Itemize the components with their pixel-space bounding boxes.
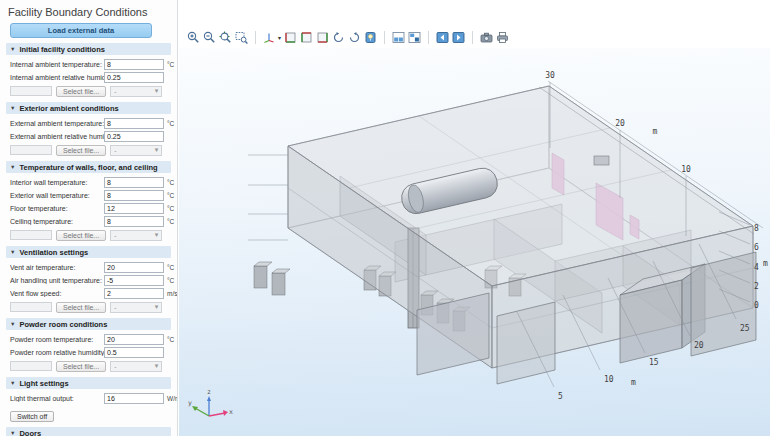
go-to-default-view-icon[interactable]	[263, 31, 276, 44]
graphics-toolbar: ▾	[187, 29, 509, 46]
unit-label: °C	[167, 61, 174, 68]
section-title: Initial facility conditions	[19, 45, 104, 54]
print-icon[interactable]	[496, 31, 509, 44]
light-thermal-output-input[interactable]	[104, 393, 164, 404]
collapse-triangle-icon: ▼	[10, 46, 15, 52]
y-tick-10: 10	[604, 375, 614, 384]
unit-label: °C	[167, 264, 174, 271]
section-header-temperature-walls-floor-ceiling[interactable]: ▼ Temperature of walls, floor, and ceili…	[6, 161, 171, 173]
air-handling-unit-temperature-input[interactable]	[104, 275, 164, 286]
dropdown-value: -	[114, 147, 116, 154]
external-ambient-humidity-input[interactable]	[104, 131, 164, 142]
select-file-button[interactable]: Select file...	[56, 230, 106, 241]
view-next-icon[interactable]	[452, 31, 465, 44]
collapse-triangle-icon: ▼	[10, 164, 15, 170]
collapse-triangle-icon: ▼	[10, 430, 15, 436]
view-xy-icon[interactable]	[284, 31, 297, 44]
chevron-down-icon: ▾	[155, 231, 159, 239]
ceiling-temperature-label: Ceiling temperature:	[10, 218, 104, 225]
section-title: Light settings	[19, 379, 68, 388]
rotate-ccw-icon[interactable]	[332, 31, 345, 44]
chevron-down-icon: ▾	[155, 303, 159, 311]
split-window-1-icon[interactable]	[392, 31, 405, 44]
view-xz-icon[interactable]	[316, 31, 329, 44]
powder-room-humidity-input[interactable]	[104, 347, 164, 358]
file-dropdown: -▾	[110, 86, 162, 97]
file-path-field	[10, 86, 52, 96]
select-file-button[interactable]: Select file...	[56, 302, 106, 313]
section-header-doors[interactable]: ▼ Doors	[6, 427, 171, 436]
toolbar-separator	[428, 31, 429, 44]
y-tick-25: 25	[740, 324, 750, 333]
dropdown-value: -	[114, 232, 116, 239]
rotate-cw-icon[interactable]	[348, 31, 361, 44]
zoom-out-icon[interactable]	[203, 31, 216, 44]
y-tick-20: 20	[694, 341, 704, 350]
file-dropdown: -▾	[110, 302, 162, 313]
chevron-down-icon: ▾	[155, 146, 159, 154]
external-ambient-temperature-input[interactable]	[104, 118, 164, 129]
select-file-button[interactable]: Select file...	[56, 86, 106, 97]
graphics-pane: ▾	[179, 0, 770, 436]
light-thermal-output-label: Light thermal output:	[10, 395, 104, 402]
file-path-field	[10, 361, 52, 371]
ceiling-temperature-input[interactable]	[104, 216, 164, 227]
unit-label: °C	[167, 192, 174, 199]
load-external-data-button[interactable]: Load external data	[10, 23, 152, 38]
section-header-light-settings[interactable]: ▼ Light settings	[6, 377, 171, 389]
collapse-triangle-icon: ▼	[10, 380, 15, 386]
collapse-triangle-icon: ▼	[10, 105, 15, 111]
unit-label: m/s	[167, 290, 177, 297]
internal-ambient-humidity-input[interactable]	[104, 72, 164, 83]
triad-x-label: x	[229, 408, 233, 416]
file-dropdown: -▾	[110, 361, 162, 372]
x-tick-10: 10	[681, 165, 691, 174]
x-axis-unit: m	[653, 127, 658, 136]
switch-off-button[interactable]: Switch off	[10, 411, 54, 422]
unit-label: °C	[167, 205, 174, 212]
section-header-ventilation-settings[interactable]: ▼ Ventilation settings	[6, 246, 171, 258]
section-header-powder-room-conditions[interactable]: ▼ Powder room conditions	[6, 318, 171, 330]
external-ambient-temperature-label: External ambient temperature:	[10, 120, 104, 127]
split-window-2-icon[interactable]	[408, 31, 421, 44]
unit-label: °C	[167, 218, 174, 225]
zoom-in-icon[interactable]	[187, 31, 200, 44]
zoom-box-icon[interactable]	[235, 31, 248, 44]
chevron-down-icon[interactable]: ▾	[278, 34, 281, 41]
z-tick-0: 0	[754, 301, 759, 310]
section-header-initial-facility-conditions[interactable]: ▼ Initial facility conditions	[6, 43, 171, 55]
snapshot-camera-icon[interactable]	[480, 31, 493, 44]
internal-ambient-temperature-input[interactable]	[104, 59, 164, 70]
vent-air-temperature-label: Vent air temperature:	[10, 264, 104, 271]
section-header-exterior-ambient-conditions[interactable]: ▼ Exterior ambient conditions	[6, 102, 171, 114]
triad-z-label: z	[207, 388, 211, 396]
view-prev-icon[interactable]	[436, 31, 449, 44]
vent-flow-speed-label: Vent flow speed:	[10, 290, 104, 297]
dropdown-value: -	[114, 88, 116, 95]
z-tick-8: 8	[754, 224, 759, 233]
floor-temperature-input[interactable]	[104, 203, 164, 214]
view-yz-icon[interactable]	[300, 31, 313, 44]
powder-room-temperature-input[interactable]	[104, 334, 164, 345]
vent-air-temperature-input[interactable]	[104, 262, 164, 273]
x-tick-30: 30	[545, 71, 555, 80]
collapse-triangle-icon: ▼	[10, 321, 15, 327]
file-dropdown: -▾	[110, 145, 162, 156]
section-title: Ventilation settings	[19, 248, 88, 257]
z-axis-unit: m	[763, 259, 768, 268]
external-ambient-humidity-label: External ambient relative humidity:	[10, 133, 104, 140]
vent-flow-speed-input[interactable]	[104, 288, 164, 299]
coordinate-triad: z y x	[188, 388, 233, 416]
interior-wall-temperature-input[interactable]	[104, 177, 164, 188]
model-viewport[interactable]: 30 20 10 m 8 6 4 2 0 m	[179, 48, 770, 436]
unit-label: W/m	[167, 395, 178, 402]
page-title: Facility Boundary Conditions	[6, 4, 171, 22]
unit-label: °C	[167, 277, 174, 284]
exterior-wall-temperature-input[interactable]	[104, 190, 164, 201]
select-file-button[interactable]: Select file...	[56, 361, 106, 372]
select-file-button[interactable]: Select file...	[56, 145, 106, 156]
unit-label: °C	[167, 179, 174, 186]
zoom-extents-icon[interactable]	[219, 31, 232, 44]
scene-light-icon[interactable]	[364, 31, 377, 44]
application-window: Facility Boundary Conditions Load extern…	[0, 0, 770, 436]
